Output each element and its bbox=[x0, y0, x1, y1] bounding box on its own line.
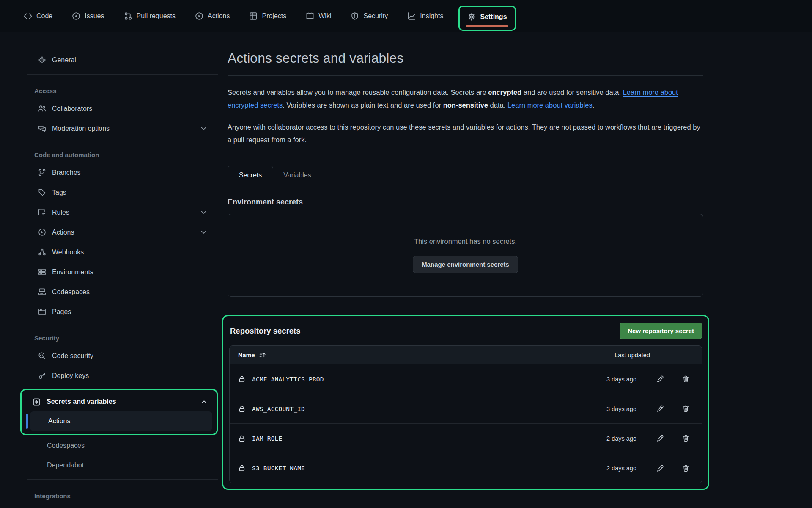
edit-secret-button[interactable] bbox=[654, 433, 666, 444]
git-pull-request-icon bbox=[124, 12, 132, 20]
sidebar-item-tags[interactable]: Tags bbox=[27, 182, 218, 202]
secret-name: S3_BUCKET_NAME bbox=[252, 465, 305, 472]
sidebar-section-access: Access bbox=[27, 75, 218, 99]
sidebar-item-label: Actions bbox=[48, 417, 70, 425]
secret-row: IAM_ROLE 2 days ago bbox=[230, 424, 702, 453]
intro-paragraph-2: Anyone with collaborator access to this … bbox=[228, 121, 703, 146]
webhook-icon bbox=[38, 248, 46, 256]
sidebar-item-label: Pages bbox=[52, 308, 71, 316]
sidebar-item-secrets-and-variables[interactable]: Secrets and variables bbox=[28, 392, 214, 411]
delete-secret-button[interactable] bbox=[680, 403, 691, 414]
annotation-repository-secrets-highlight: Repository secrets New repository secret… bbox=[222, 315, 709, 490]
secret-name: ACME_ANALYTICS_PROD bbox=[252, 376, 324, 383]
sidebar-item-label: Actions bbox=[52, 229, 74, 236]
intro-text: data. bbox=[488, 101, 508, 109]
graph-icon bbox=[407, 12, 416, 20]
name-header-label: Name bbox=[238, 352, 255, 359]
play-circle-icon bbox=[38, 228, 46, 236]
sidebar-item-label: Dependabot bbox=[47, 461, 84, 469]
environment-secrets-panel: This environment has no secrets. Manage … bbox=[228, 214, 703, 297]
repository-secrets-heading: Repository secrets bbox=[230, 326, 301, 336]
sidebar-item-deploy-keys[interactable]: Deploy keys bbox=[27, 366, 218, 386]
repo-nav: Code Issues Pull requests Actions Projec… bbox=[0, 0, 812, 32]
gear-icon bbox=[467, 13, 476, 21]
sidebar-subitem-sv-dependabot[interactable]: Dependabot bbox=[27, 456, 218, 475]
nav-tab-settings[interactable]: Settings bbox=[460, 7, 514, 30]
nav-tab-label: Actions bbox=[208, 12, 230, 20]
sidebar-item-moderation-options[interactable]: Moderation options bbox=[27, 119, 218, 138]
secret-updated: 3 days ago bbox=[586, 376, 636, 383]
sidebar-item-codespaces[interactable]: Codespaces bbox=[27, 282, 218, 302]
title-divider bbox=[228, 75, 703, 76]
sidebar-item-collaborators[interactable]: Collaborators bbox=[27, 99, 218, 119]
nav-tab-code[interactable]: Code bbox=[17, 8, 59, 25]
settings-content: Actions secrets and variables Secrets an… bbox=[218, 32, 812, 508]
chevron-down-icon bbox=[200, 208, 208, 216]
sidebar-item-actions[interactable]: Actions bbox=[27, 222, 218, 242]
people-icon bbox=[38, 105, 46, 113]
secret-row: S3_BUCKET_NAME 2 days ago bbox=[230, 453, 702, 483]
nav-tab-security[interactable]: Security bbox=[344, 8, 395, 25]
delete-secret-button[interactable] bbox=[680, 373, 691, 385]
nav-tab-wiki[interactable]: Wiki bbox=[299, 8, 338, 25]
sidebar-item-label: Deploy keys bbox=[52, 372, 89, 380]
edit-secret-button[interactable] bbox=[654, 403, 666, 414]
sidebar-subitem-sv-actions[interactable]: Actions bbox=[30, 411, 212, 431]
sidebar-item-general[interactable]: General bbox=[27, 50, 218, 70]
environment-secrets-heading: Environment secrets bbox=[228, 198, 703, 207]
nav-tab-label: Projects bbox=[262, 12, 286, 20]
sidebar-subitem-sv-codespaces[interactable]: Codespaces bbox=[27, 436, 218, 456]
sidebar-item-label: Collaborators bbox=[52, 105, 92, 113]
nav-tab-issues[interactable]: Issues bbox=[65, 8, 111, 25]
nav-tab-projects[interactable]: Projects bbox=[242, 8, 293, 25]
lock-icon bbox=[238, 464, 246, 472]
manage-environment-secrets-button[interactable]: Manage environment secrets bbox=[413, 256, 518, 273]
nav-tab-label: Security bbox=[363, 12, 388, 20]
secret-row: ACME_ANALYTICS_PROD 3 days ago bbox=[230, 364, 702, 394]
intro-paragraph-1: Secrets and variables allow you to manag… bbox=[228, 86, 703, 111]
edit-secret-button[interactable] bbox=[654, 373, 666, 385]
sidebar-section-security: Security bbox=[27, 322, 218, 346]
nav-tab-actions[interactable]: Actions bbox=[188, 8, 236, 25]
intro-text: . bbox=[593, 101, 595, 109]
sidebar-item-label: Code security bbox=[52, 352, 93, 360]
trash-icon bbox=[682, 434, 690, 442]
sidebar-section-integrations: Integrations bbox=[27, 480, 218, 504]
nav-tab-insights[interactable]: Insights bbox=[401, 8, 450, 25]
chevron-down-icon bbox=[200, 228, 208, 236]
codespaces-icon bbox=[38, 288, 46, 296]
page-title: Actions secrets and variables bbox=[228, 49, 703, 67]
asterisk-box-icon bbox=[33, 398, 41, 406]
sidebar-item-rules[interactable]: Rules bbox=[27, 202, 218, 222]
trash-icon bbox=[682, 464, 690, 472]
trash-icon bbox=[682, 405, 690, 413]
chevron-down-icon bbox=[200, 124, 208, 133]
sidebar-item-pages[interactable]: Pages bbox=[27, 302, 218, 322]
tab-variables[interactable]: Variables bbox=[273, 166, 321, 185]
new-repository-secret-button[interactable]: New repository secret bbox=[620, 323, 702, 339]
lock-icon bbox=[238, 405, 246, 413]
edit-secret-button[interactable] bbox=[654, 463, 666, 474]
sidebar-item-environments[interactable]: Environments bbox=[27, 262, 218, 282]
gear-icon bbox=[38, 56, 46, 64]
sidebar-item-code-security[interactable]: Code security bbox=[27, 346, 218, 366]
issue-opened-icon bbox=[72, 12, 80, 20]
link-variables[interactable]: Learn more about variables bbox=[508, 101, 593, 109]
sidebar-item-webhooks[interactable]: Webhooks bbox=[27, 242, 218, 262]
secret-name: IAM_ROLE bbox=[252, 435, 282, 442]
tab-secrets[interactable]: Secrets bbox=[228, 166, 273, 185]
sidebar-item-label: Rules bbox=[52, 209, 69, 216]
selected-tab-underline bbox=[466, 25, 508, 27]
sidebar-item-branches[interactable]: Branches bbox=[27, 163, 218, 182]
secret-row: AWS_ACCOUNT_ID 3 days ago bbox=[230, 394, 702, 424]
intro-text: and are used for sensitive data. bbox=[521, 88, 623, 96]
delete-secret-button[interactable] bbox=[680, 463, 691, 474]
sidebar-item-label: Codespaces bbox=[52, 288, 90, 296]
name-column-header[interactable]: Name bbox=[238, 351, 266, 359]
secret-name: AWS_ACCOUNT_ID bbox=[252, 406, 305, 412]
pencil-icon bbox=[656, 405, 664, 413]
repository-secrets-header: Repository secrets New repository secret bbox=[229, 323, 702, 339]
delete-secret-button[interactable] bbox=[680, 433, 691, 444]
secret-updated: 2 days ago bbox=[586, 465, 636, 472]
nav-tab-pull-requests[interactable]: Pull requests bbox=[117, 8, 183, 25]
